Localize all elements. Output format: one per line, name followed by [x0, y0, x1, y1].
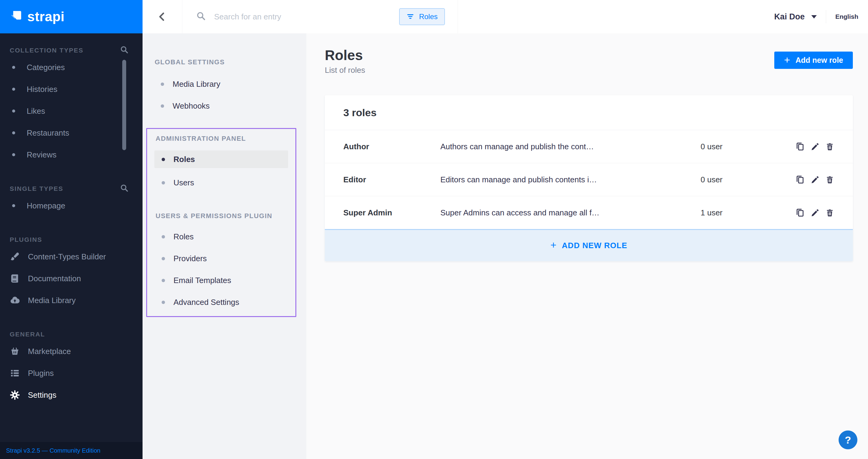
back-button[interactable] — [143, 0, 182, 33]
bullet-icon — [161, 104, 164, 108]
help-button[interactable]: ? — [839, 430, 857, 449]
edit-icon — [810, 142, 820, 151]
sidebar-item-media-library[interactable]: Media Library — [0, 289, 143, 311]
delete-button[interactable] — [825, 175, 834, 184]
bullet-icon — [162, 158, 165, 161]
strapi-admin-screen: strapi COLLECTION TYPES Categories Histo… — [0, 0, 868, 459]
filter-chip[interactable]: Roles — [399, 8, 445, 25]
bullet-icon — [12, 66, 15, 69]
search-bar: Roles — [182, 0, 458, 33]
table-row-super-admin[interactable]: Super Admin Super Admins can access and … — [325, 196, 853, 229]
settings-item-users[interactable]: Users — [147, 172, 296, 193]
search-icon[interactable] — [120, 184, 129, 194]
sidebar-item-categories[interactable]: Categories — [0, 56, 143, 78]
chevron-left-icon — [157, 11, 168, 22]
settings-item-email-templates[interactable]: Email Templates — [147, 269, 296, 291]
page-title: Roles — [325, 47, 365, 63]
role-description: Editors can manage and publish contents … — [440, 175, 701, 184]
language-selector[interactable]: English — [835, 13, 858, 20]
plus-icon: + — [551, 239, 557, 251]
sidebar-item-restaurants[interactable]: Restaurants — [0, 122, 143, 144]
bullet-icon — [161, 83, 164, 86]
role-users-count: 1 user — [701, 208, 795, 217]
table-row-author[interactable]: Author Authors can manage and publish th… — [325, 130, 853, 163]
section-collection-types: COLLECTION TYPES Categories Histories Li… — [0, 44, 143, 166]
sidebar-item-settings[interactable]: Settings — [0, 384, 143, 406]
sidebar-item-marketplace[interactable]: Marketplace — [0, 340, 143, 362]
gear-icon — [10, 390, 20, 400]
user-menu[interactable]: Kai Doe — [774, 12, 817, 22]
section-administration-panel: ADMINISTRATION PANEL Roles Users — [147, 132, 296, 193]
list-icon — [10, 368, 20, 378]
version-link[interactable]: Strapi v3.2.5 — Community Edition — [6, 447, 100, 454]
duplicate-icon — [795, 141, 805, 152]
sidebar-scrollbar[interactable] — [122, 60, 126, 150]
settings-item-advanced-settings[interactable]: Advanced Settings — [147, 291, 296, 313]
role-users-count: 0 user — [701, 175, 795, 184]
bullet-icon — [12, 110, 15, 113]
add-new-role-button[interactable]: + Add new role — [774, 52, 853, 69]
sidebar-item-likes[interactable]: Likes — [0, 100, 143, 122]
section-title: USERS & PERMISSIONS PLUGIN — [156, 212, 272, 220]
section-title: SINGLE TYPES — [10, 185, 120, 192]
duplicate-button[interactable] — [795, 175, 805, 185]
highlighted-settings-group: ADMINISTRATION PANEL Roles Users USERS &… — [146, 128, 296, 317]
row-actions — [795, 175, 834, 185]
delete-icon — [825, 175, 834, 184]
bullet-icon — [162, 279, 165, 282]
sidebar-item-histories[interactable]: Histories — [0, 78, 143, 100]
delete-icon — [825, 142, 834, 151]
main-content: Roles List of roles + Add new role 3 rol… — [306, 33, 868, 459]
bullet-icon — [12, 153, 15, 156]
bullet-icon — [162, 181, 165, 184]
bullet-icon — [12, 204, 15, 207]
add-new-role-footer-button[interactable]: + ADD NEW ROLE — [325, 229, 853, 261]
topbar-right: Kai Doe English — [458, 0, 868, 33]
delete-button[interactable] — [825, 142, 834, 151]
sidebar-item-documentation[interactable]: Documentation — [0, 268, 143, 289]
row-actions — [795, 208, 834, 218]
strapi-logo-icon — [9, 10, 23, 24]
search-icon[interactable] — [120, 45, 129, 56]
duplicate-button[interactable] — [795, 208, 805, 218]
settings-item-roles-admin[interactable]: Roles — [154, 150, 288, 168]
bullet-icon — [162, 301, 165, 304]
edit-button[interactable] — [810, 208, 820, 217]
section-title: GENERAL — [10, 331, 129, 338]
sidebar-item-plugins[interactable]: Plugins — [0, 362, 143, 384]
settings-item-media-library[interactable]: Media Library — [143, 73, 306, 95]
bullet-icon — [12, 88, 15, 91]
strapi-logo[interactable]: strapi — [0, 0, 143, 33]
search-icon — [196, 11, 206, 23]
delete-button[interactable] — [825, 208, 834, 217]
section-single-types: SINGLE TYPES Homepage — [0, 183, 143, 217]
sidebar-nav: COLLECTION TYPES Categories Histories Li… — [0, 33, 143, 406]
bullet-icon — [162, 257, 165, 260]
role-name: Editor — [343, 175, 440, 184]
table-row-editor[interactable]: Editor Editors can manage and publish co… — [325, 163, 853, 196]
roles-count: 3 roles — [343, 107, 377, 119]
bullet-icon — [12, 131, 15, 134]
book-icon — [10, 273, 20, 284]
sidebar-item-content-types-builder[interactable]: Content-Types Builder — [0, 246, 143, 268]
settings-item-roles-plugin[interactable]: Roles — [147, 226, 296, 248]
page-header: Roles List of roles + Add new role — [306, 33, 868, 75]
duplicate-button[interactable] — [795, 141, 805, 152]
user-name: Kai Doe — [774, 12, 805, 22]
topbar: Roles Kai Doe English — [143, 0, 868, 34]
role-description: Super Admins can access and manage all f… — [440, 208, 701, 217]
row-actions — [795, 141, 834, 152]
settings-item-providers[interactable]: Providers — [147, 248, 296, 269]
filter-icon — [406, 13, 414, 21]
section-title: GLOBAL SETTINGS — [155, 58, 225, 66]
search-input[interactable] — [214, 12, 399, 22]
roles-count-header: 3 roles — [325, 95, 853, 130]
section-global-settings: GLOBAL SETTINGS Media Library Webhooks — [143, 33, 306, 117]
edit-button[interactable] — [810, 142, 820, 151]
edit-button[interactable] — [810, 175, 820, 184]
cloud-upload-icon — [10, 295, 20, 305]
settings-item-webhooks[interactable]: Webhooks — [143, 95, 306, 117]
sidebar-item-homepage[interactable]: Homepage — [0, 195, 143, 217]
delete-icon — [825, 208, 834, 217]
sidebar-item-reviews[interactable]: Reviews — [0, 144, 143, 166]
